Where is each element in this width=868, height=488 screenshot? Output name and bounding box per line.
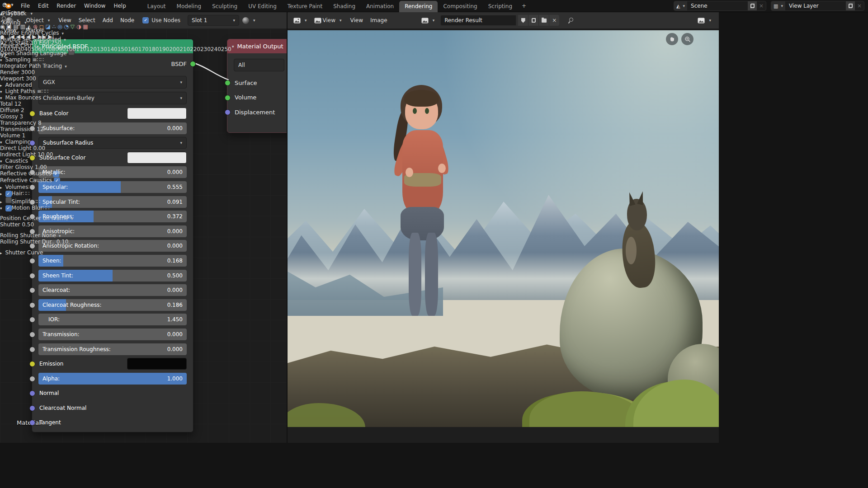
playhead[interactable]: 92	[0, 52, 231, 59]
input-socket[interactable]	[29, 332, 35, 338]
input-socket[interactable]	[29, 405, 35, 411]
pin-icon[interactable]	[567, 17, 574, 23]
unlink-scene-button[interactable]: ×	[757, 1, 766, 10]
node-input-row[interactable]: Transmission Roughness: 0.000 ▾	[38, 343, 187, 355]
view-layer-name[interactable]: View Layer	[785, 3, 846, 9]
output-target-dropdown[interactable]: All	[234, 59, 284, 71]
number-field[interactable]: 8	[38, 120, 42, 126]
viewport-samples-field[interactable]: 300	[26, 75, 36, 82]
scene-icon[interactable]: ◭▾	[674, 1, 687, 10]
collapse-triangle-icon[interactable]: ▾	[232, 44, 234, 49]
caustics-checkbox[interactable]: ✓	[54, 178, 60, 184]
remove-view-layer-button[interactable]: ×	[855, 1, 864, 10]
display-channels-dropdown[interactable]: ▾	[695, 16, 713, 25]
node-input-row[interactable]: Clearcoat Normal ▾	[38, 402, 187, 414]
number-field[interactable]: 1	[22, 132, 25, 139]
number-field[interactable]: 12	[14, 101, 21, 107]
input-socket[interactable]	[29, 361, 35, 367]
input-socket[interactable]	[29, 376, 35, 382]
current-frame-field[interactable]: 92	[0, 40, 7, 46]
node-input-row[interactable]: Clearcoat: 0.000 ▾	[38, 284, 187, 296]
hair-section-header[interactable]: ▸✓Hair∷∷	[0, 190, 88, 197]
input-socket[interactable]	[29, 155, 35, 161]
max-bounces-subsection-header[interactable]: ▾Max Bounces	[0, 94, 88, 101]
input-socket[interactable]	[225, 109, 231, 115]
workspace-tab[interactable]: UV Editing	[243, 1, 282, 12]
workspace-tab[interactable]: Scripting	[483, 1, 518, 12]
input-socket[interactable]	[29, 229, 35, 235]
drag-grip-icon[interactable]: ∷∷	[23, 190, 29, 197]
node-input-row[interactable]: Clearcoat Roughness: 0.186 ▾	[38, 299, 187, 311]
input-socket[interactable]	[29, 347, 35, 352]
number-field[interactable]: 3	[19, 113, 23, 120]
editor-type-dropdown[interactable]: ◔▾	[0, 0, 230, 9]
new-scene-button[interactable]	[748, 1, 757, 10]
input-socket[interactable]	[29, 287, 35, 293]
stopwatch-icon[interactable]: ◷	[9, 40, 13, 46]
node-input-row[interactable]: Emission ▾	[38, 358, 187, 370]
editor-type-dropdown[interactable]: ▾	[291, 16, 309, 25]
node-input-row[interactable]: IOR: 1.450 ▾	[38, 314, 187, 325]
jump-to-start-button[interactable]: |◀	[8, 33, 14, 40]
play-button[interactable]: ▶	[32, 33, 36, 40]
material-output-node[interactable]: ▾ Material Output All Surface Vol	[227, 39, 287, 133]
playback-dropdown[interactable]: Playback▾	[0, 9, 230, 18]
menu-item[interactable]: View	[347, 15, 367, 25]
input-socket[interactable]	[29, 258, 35, 264]
pan-view-button[interactable]	[666, 33, 678, 45]
motion-blur-section-header[interactable]: ▾✓Motion Blur∷∷	[0, 205, 88, 211]
hair-checkbox[interactable]: ✓	[5, 191, 12, 197]
material-browse-dropdown[interactable]: ▾	[240, 16, 258, 25]
browse-image-dropdown[interactable]: ▾	[419, 16, 437, 25]
input-socket[interactable]	[225, 95, 231, 101]
previous-keyframe-button[interactable]: ◀◀	[16, 33, 24, 40]
node-input-row[interactable]: Surface	[234, 77, 287, 89]
input-socket[interactable]	[29, 111, 35, 117]
add-workspace-button[interactable]: +	[518, 0, 530, 12]
drag-grip-icon[interactable]: ∷∷	[42, 88, 48, 94]
number-field[interactable]: 2	[21, 107, 24, 113]
drag-grip-icon[interactable]: ∷∷	[42, 205, 49, 211]
integrator-dropdown[interactable]: Path Tracing▾	[29, 63, 67, 69]
workspace-tab[interactable]: Animation	[361, 1, 399, 12]
image-mode-dropdown[interactable]: View▾	[312, 16, 344, 25]
view-layer-icon[interactable]: ▥▾	[771, 1, 785, 10]
workspace-tab[interactable]: Rendering	[399, 1, 438, 12]
node-input-row[interactable]: Alpha: 1.000 ▾	[38, 373, 187, 385]
record-button[interactable]: ●	[0, 34, 5, 40]
zoom-view-button[interactable]	[681, 33, 693, 45]
node-input-row[interactable]: Sheen: 0.168 ▾	[38, 255, 187, 267]
presets-icon[interactable]: ≡	[37, 88, 42, 94]
light-paths-section-header[interactable]: ▾Light Paths ≡∷∷	[0, 88, 88, 94]
next-keyframe-button[interactable]: ▶▶	[38, 33, 46, 40]
fake-user-button[interactable]	[518, 15, 528, 26]
jump-to-end-button[interactable]: ▶|	[48, 33, 54, 40]
simplify-checkbox[interactable]: ✓	[5, 197, 12, 203]
workspace-tab[interactable]: Texture Paint	[282, 1, 328, 12]
input-socket[interactable]	[29, 273, 35, 279]
input-socket[interactable]	[29, 126, 35, 131]
input-socket[interactable]	[225, 80, 231, 86]
motion-blur-checkbox[interactable]: ✓	[5, 205, 12, 211]
node-input-row[interactable]: Normal ▾	[38, 387, 187, 399]
unlink-image-button[interactable]: ×	[549, 15, 559, 26]
scene-name[interactable]: Scene	[687, 3, 748, 9]
input-socket[interactable]	[29, 199, 35, 205]
node-input-row[interactable]: Transmission: 0.000 ▾	[38, 328, 187, 340]
shutter-slider[interactable]: 0.50	[22, 221, 34, 228]
workspace-tab[interactable]: Compositing	[438, 1, 482, 12]
image-name-field[interactable]: Render Result	[440, 15, 516, 26]
node-input-row[interactable]: Displacement	[234, 106, 287, 118]
input-socket[interactable]	[29, 302, 35, 308]
input-socket[interactable]	[29, 184, 35, 190]
workspace-tab[interactable]: Shading	[328, 1, 361, 12]
node-input-row[interactable]: Tangent ▾	[38, 417, 187, 428]
menu-item[interactable]: Image	[367, 15, 391, 25]
render-samples-field[interactable]: 3000	[21, 69, 35, 75]
node-header[interactable]: ▾ Material Output	[227, 39, 287, 53]
new-view-layer-button[interactable]	[846, 1, 855, 10]
advanced-section-header[interactable]: ▸Advanced	[0, 82, 88, 88]
node-input-row[interactable]: Sheen Tint: 0.500 ▾	[38, 270, 187, 282]
shutter-curve-section-header[interactable]: ▸Shutter Curve	[0, 249, 88, 256]
end-frame-field[interactable]: End:250	[39, 40, 61, 46]
